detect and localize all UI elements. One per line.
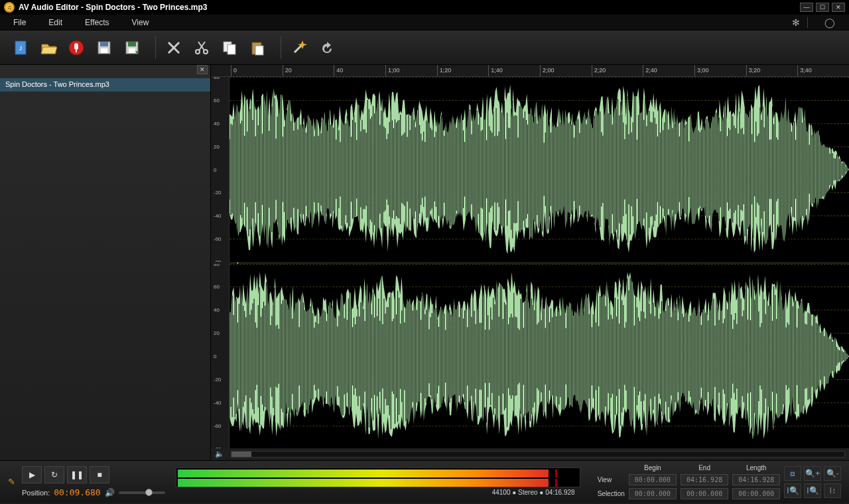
position-value: 00:09.680 <box>54 487 100 497</box>
app-logo-icon: ♫ <box>4 2 15 13</box>
volume-icon[interactable]: 🔊 <box>105 488 115 497</box>
zoom-vert-in-button[interactable]: I🔍 <box>804 483 821 498</box>
play-button[interactable]: ▶ <box>22 466 42 483</box>
menu-edit[interactable]: Edit <box>48 18 62 27</box>
yaxis-label: -80 <box>214 259 222 262</box>
svg-rect-14 <box>228 44 235 54</box>
ruler-tick: 3;40 <box>797 65 812 76</box>
scroll-track[interactable] <box>231 451 845 458</box>
volume-slider[interactable] <box>119 491 165 494</box>
ruler-tick: 2;00 <box>540 65 555 76</box>
file-list: Spin Doctors - Two Princes.mp3 <box>0 77 210 460</box>
zoom-out-button[interactable]: 🔍- <box>824 466 841 481</box>
transport-controls: ▶ ↻ ❚❚ ■ <box>22 466 156 483</box>
title-bar: ♫ AV Audio Editor - Spin Doctors - Two P… <box>0 0 849 15</box>
mute-icon[interactable]: 🔈 <box>215 450 224 459</box>
yaxis-label: 40 <box>214 120 220 126</box>
main-area: ✕ Spin Doctors - Two Princes.mp3 020401;… <box>0 65 849 460</box>
menu-file[interactable]: File <box>13 18 26 27</box>
effects-wand-button[interactable] <box>288 36 310 59</box>
ruler-tick: 0 <box>231 65 237 76</box>
edit-pencil-icon[interactable]: ✎ <box>8 477 15 487</box>
channel-right[interactable]: 806040200-20-40-60-80 <box>211 264 849 449</box>
new-file-button[interactable]: ♪ <box>9 36 32 59</box>
yaxis-label: 60 <box>214 97 220 103</box>
file-list-item[interactable]: Spin Doctors - Two Princes.mp3 <box>0 78 210 92</box>
zoom-controls: ⧈ 🔍+ 🔍- I🔍 I🔍 I↕ <box>784 466 841 498</box>
menu-effects[interactable]: Effects <box>85 18 109 27</box>
copy-button[interactable] <box>218 36 241 59</box>
undo-button[interactable] <box>316 36 338 59</box>
waveform-area: 020401;001;201;402;002;202;403;003;203;4… <box>211 65 849 460</box>
yaxis-label: 20 <box>214 143 220 149</box>
maximize-button[interactable]: ☐ <box>816 3 829 12</box>
ruler-tick: 3;20 <box>746 65 761 76</box>
zoom-selection-button[interactable]: I🔍 <box>784 483 801 498</box>
menu-view[interactable]: View <box>132 18 149 27</box>
yaxis-label: 60 <box>214 284 220 290</box>
svg-rect-4 <box>76 50 77 52</box>
settings-gear-icon[interactable]: ✻ <box>790 17 802 29</box>
stop-button[interactable]: ■ <box>90 466 109 483</box>
svg-rect-16 <box>255 46 263 55</box>
status-info: 44100 ● Stereo ● 04:16.928 <box>170 489 575 496</box>
svg-text:♪: ♪ <box>19 43 23 52</box>
svg-rect-6 <box>100 42 108 46</box>
yaxis-label: -20 <box>214 190 222 196</box>
yaxis-label: 0 <box>214 166 216 172</box>
yaxis-label: -40 <box>214 213 222 219</box>
view-begin[interactable]: 00:00.000 <box>629 474 677 485</box>
save-as-button[interactable] <box>121 36 143 59</box>
save-button[interactable] <box>93 36 115 59</box>
help-circle-icon[interactable]: ◯ <box>824 17 836 29</box>
svg-rect-3 <box>74 43 78 50</box>
selection-end[interactable]: 00:00.000 <box>681 488 728 499</box>
file-sidebar: ✕ Spin Doctors - Two Princes.mp3 <box>0 65 211 460</box>
channel-left[interactable]: 806040200-20-40-60-80 <box>211 77 849 262</box>
yaxis-label: -20 <box>214 376 222 382</box>
close-button[interactable]: ✕ <box>832 3 845 12</box>
scroll-thumb[interactable] <box>231 452 251 457</box>
volume-knob[interactable] <box>145 489 153 496</box>
ruler-tick: 1;40 <box>488 65 503 76</box>
open-file-button[interactable] <box>37 36 60 59</box>
col-begin: Begin <box>629 464 677 472</box>
toolbar-separator <box>281 36 281 59</box>
view-end[interactable]: 04:16.928 <box>681 474 728 485</box>
menu-bar: File Edit Effects View ✻ ◯ <box>0 15 849 31</box>
view-length[interactable]: 04:16.928 <box>732 474 780 485</box>
sidebar-close-button[interactable]: ✕ <box>197 65 208 74</box>
position-label: Position: <box>22 489 50 497</box>
row-view-label: View <box>598 474 625 485</box>
ruler-tick: 2;20 <box>592 65 606 76</box>
minimize-button[interactable]: — <box>800 3 813 12</box>
zoom-vert-out-button[interactable]: I↕ <box>824 483 841 498</box>
main-toolbar: ♪ <box>0 31 849 65</box>
yaxis-label: 80 <box>214 77 220 80</box>
zoom-in-button[interactable]: 🔍+ <box>804 466 821 481</box>
ruler-tick: 40 <box>334 65 343 76</box>
scissors-button[interactable] <box>190 36 213 59</box>
level-meter <box>176 468 580 487</box>
ruler-tick: 2;40 <box>643 65 657 76</box>
svg-rect-10 <box>129 48 135 53</box>
cut-button[interactable] <box>163 36 185 59</box>
yaxis-label: -40 <box>214 399 222 405</box>
yaxis-label: -80 <box>214 446 222 448</box>
zoom-fit-v-button[interactable]: ⧈ <box>784 466 801 481</box>
ruler-tick: 1;20 <box>437 65 452 76</box>
waveform-channels[interactable]: 806040200-20-40-60-80 806040200-20-40-60… <box>211 77 849 448</box>
selection-begin[interactable]: 00:00.000 <box>629 488 677 499</box>
selection-length[interactable]: 00:00.000 <box>732 488 780 499</box>
ruler-tick: 1;00 <box>385 65 400 76</box>
ruler-tick: 3;00 <box>694 65 709 76</box>
svg-rect-7 <box>101 48 107 53</box>
row-selection-label: Selection <box>598 488 625 499</box>
yaxis-label: -60 <box>214 422 222 428</box>
loop-button[interactable]: ↻ <box>44 466 64 483</box>
paste-button[interactable] <box>246 36 269 59</box>
horizontal-scrollbar[interactable]: 🔈 <box>211 448 849 460</box>
time-ruler[interactable]: 020401;001;201;402;002;202;403;003;203;4… <box>211 65 849 77</box>
pause-button[interactable]: ❚❚ <box>67 466 87 483</box>
record-button[interactable] <box>65 36 88 59</box>
